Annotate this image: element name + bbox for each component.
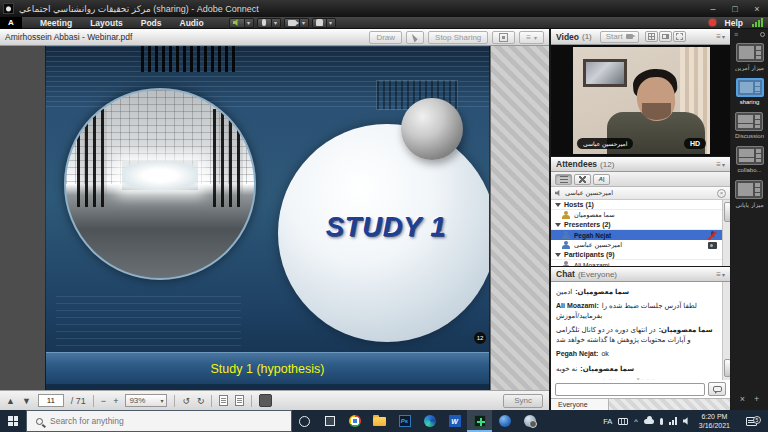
taskbar-apps: Ps W [292,410,542,432]
zoom-level-select[interactable]: 93%▾ [125,394,167,407]
start-webcam-button[interactable]: Start [600,31,639,43]
share-pod-menu[interactable]: ≡▾ [519,31,544,44]
stop-sharing-button[interactable]: Stop Sharing [428,31,488,44]
chat-message-input[interactable] [555,383,705,396]
chat-send-button[interactable] [708,382,726,396]
fullscreen-button[interactable] [492,31,515,44]
draw-button[interactable]: Draw [369,31,402,44]
video-pod-menu[interactable]: ≡▾ [716,32,725,41]
menu-pods[interactable]: Pods [132,18,171,28]
signal-strength-icon[interactable] [752,18,763,27]
slide[interactable]: STUDY 1 Study 1 (hypothesis) 12 [45,46,490,390]
rotate-right-button[interactable]: ↻ [197,396,205,406]
breakout-view-button[interactable] [574,174,591,185]
minimize-icon[interactable]: – [702,0,724,17]
start-button[interactable] [0,410,26,432]
attendee-status-button[interactable]: A| [593,174,610,185]
sphere-graphic [401,98,463,160]
attendee-row-selected[interactable]: Pegah Nejat [551,230,722,240]
attendee-row[interactable]: Ali Moazami [551,260,722,266]
attendees-pod-menu[interactable]: ≡▾ [716,160,725,169]
status-view-button[interactable] [555,174,572,185]
volume-icon[interactable] [683,417,690,425]
av-controls: ▾ ▾ ▾ ▾ [229,18,336,28]
raise-hand-caret-icon[interactable]: ▾ [327,18,336,28]
chat-scrollbar[interactable] [722,282,730,380]
caret-down-icon: ▾ [160,397,163,404]
dismiss-icon[interactable]: × [717,189,726,198]
page-down-button[interactable]: ▼ [22,396,31,406]
add-layout-icon[interactable]: + [754,394,759,404]
edge-button[interactable] [417,410,442,432]
attendee-row[interactable]: امیرحسین عباسی [551,240,722,250]
fit-page-icon[interactable] [235,395,244,406]
delete-layout-icon[interactable]: × [740,394,745,404]
cortana-button[interactable] [292,410,317,432]
onedrive-icon[interactable] [644,419,654,424]
filmstrip-view-icon[interactable] [659,31,672,42]
zoom-out-button[interactable]: − [101,396,106,406]
menu-meeting[interactable]: Meeting [31,18,81,28]
adobe-connect-taskbar-button[interactable] [467,410,492,432]
webcam-button[interactable] [284,18,300,28]
file-explorer-button[interactable] [367,410,392,432]
action-center-button[interactable]: 5 [739,417,763,426]
video-name-tag: امیرحسین عباسی [577,138,633,149]
page-up-button[interactable]: ▲ [6,396,15,406]
photoshop-button[interactable]: Ps [392,410,417,432]
search-input[interactable] [50,416,282,426]
caret-down-icon: ▾ [722,33,725,40]
expand-view-icon[interactable] [673,31,686,42]
attendees-scrollbar[interactable] [722,200,730,266]
layout-item-collaboration[interactable]: collabo... [736,146,764,173]
chat-message: Ali Moazami:لطفا آدرس جلسات ضبط شده را ب… [556,301,717,321]
raise-hand-button[interactable] [312,18,327,28]
layouts-menu-icon[interactable]: ≡ [734,31,738,38]
app-button[interactable] [492,410,517,432]
layout-item-discussion[interactable]: Discussion [735,112,764,139]
microphone-button[interactable] [257,18,272,28]
group-presenters[interactable]: Presenters (2) [551,220,722,230]
page-number-input[interactable] [38,394,64,407]
chrome-icon [349,415,361,427]
fit-width-icon[interactable] [219,395,228,406]
layout-item[interactable]: میزار آمرین [735,43,764,71]
menu-help[interactable]: Help [725,18,743,28]
maximize-icon[interactable]: □ [724,0,746,17]
task-view-button[interactable] [317,410,342,432]
speaker-caret-icon[interactable]: ▾ [245,18,254,28]
attendees-count: (12) [600,160,614,169]
taskbar-clock[interactable]: 6:20 PM 3/16/2021 [696,412,733,431]
network-icon[interactable] [669,417,677,425]
grid-view-icon[interactable] [645,31,658,42]
layout-item[interactable]: میزار پایانی [735,180,763,208]
menu-layouts[interactable]: Layouts [81,18,132,28]
microphone-caret-icon[interactable]: ▾ [272,18,281,28]
pin-icon[interactable] [760,32,765,37]
webcam-feed[interactable]: امیرحسین عباسی HD [573,47,710,154]
group-hosts[interactable]: Hosts (1) [551,200,722,210]
group-participants[interactable]: Participants (9) [551,250,722,260]
speaker-button[interactable] [229,18,245,28]
pan-tool-icon[interactable] [259,394,272,407]
word-button[interactable]: W [442,410,467,432]
chrome-button[interactable] [342,410,367,432]
chat-pod-menu[interactable]: ≡▾ [716,270,725,279]
keyboard-icon[interactable] [618,418,628,425]
zoom-in-button[interactable]: + [113,396,118,406]
sync-button[interactable]: Sync [503,394,543,408]
webcam-caret-icon[interactable]: ▾ [300,18,309,28]
menu-audio[interactable]: Audio [171,18,213,28]
microphone-tray-icon[interactable] [660,418,663,425]
pointer-button[interactable] [406,31,424,44]
attendee-row[interactable]: سما معصومیان [551,210,722,220]
taskbar-search[interactable] [26,410,292,432]
language-indicator[interactable]: FA [603,417,612,426]
close-icon[interactable]: × [746,0,768,17]
layout-item-sharing[interactable]: sharing [736,78,764,105]
rotate-left-button[interactable]: ↺ [182,396,190,406]
photo-skylight [122,161,197,189]
hidden-icons-chevron[interactable]: ^ [634,417,638,426]
tab-everyone[interactable]: Everyone [551,399,609,410]
app-button[interactable] [517,410,542,432]
